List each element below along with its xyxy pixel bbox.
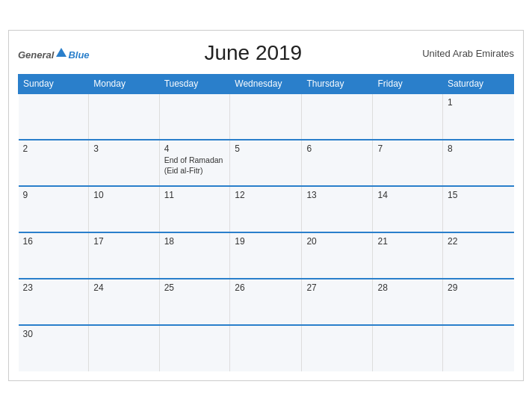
calendar-cell: 1	[443, 93, 514, 140]
calendar-cell: 2	[19, 140, 89, 186]
calendar-cell: 4End of Ramadan (Eid al-Fitr)	[159, 140, 230, 186]
weekday-header-saturday: Saturday	[443, 75, 514, 94]
calendar-cell: 27	[302, 279, 373, 325]
logo: General Blue	[18, 46, 90, 60]
day-number: 24	[93, 282, 154, 293]
day-number: 11	[164, 190, 226, 200]
calendar-cell: 15	[443, 186, 514, 232]
calendar-cell	[19, 93, 89, 140]
weekday-header-monday: Monday	[89, 75, 159, 94]
calendar-cell: 9	[19, 186, 89, 232]
day-number: 20	[306, 236, 368, 247]
logo-icon	[55, 46, 68, 60]
calendar-cell	[373, 325, 443, 371]
calendar-cell: 10	[89, 186, 159, 232]
calendar-cell: 21	[373, 232, 443, 279]
calendar-cell: 19	[230, 232, 302, 279]
day-number: 16	[23, 236, 84, 247]
day-number: 28	[377, 282, 438, 293]
day-number: 30	[23, 329, 84, 339]
calendar-cell	[230, 325, 302, 371]
day-number: 15	[448, 190, 509, 200]
weekday-header-row: SundayMondayTuesdayWednesdayThursdayFrid…	[19, 75, 514, 94]
calendar-cell: 22	[443, 232, 514, 279]
day-number: 9	[23, 190, 84, 200]
calendar-cell: 17	[89, 232, 159, 279]
calendar-cell: 28	[373, 279, 443, 325]
calendar-container: General Blue June 2019 United Arab Emira…	[8, 30, 524, 381]
calendar-cell: 12	[230, 186, 302, 232]
calendar-cell: 16	[19, 232, 89, 279]
calendar-cell	[89, 93, 159, 140]
calendar-cell: 20	[302, 232, 373, 279]
day-number: 5	[235, 143, 297, 154]
calendar-cell	[89, 325, 159, 371]
calendar-cell	[230, 93, 302, 140]
day-number: 6	[306, 143, 368, 154]
calendar-cell: 26	[230, 279, 302, 325]
calendar-cell: 5	[230, 140, 302, 186]
day-number: 1	[448, 97, 509, 108]
day-number: 27	[306, 282, 368, 293]
day-number: 25	[164, 282, 226, 293]
calendar-cell: 8	[443, 140, 514, 186]
calendar-week-row: 9101112131415	[19, 186, 514, 232]
logo-general-text: General	[18, 50, 54, 60]
weekday-header-friday: Friday	[373, 75, 443, 94]
calendar-cell: 11	[159, 186, 230, 232]
calendar-header: General Blue June 2019 United Arab Emira…	[18, 38, 514, 68]
calendar-week-row: 23242526272829	[19, 279, 514, 325]
day-number: 17	[93, 236, 154, 247]
calendar-cell: 13	[302, 186, 373, 232]
calendar-cell	[443, 325, 514, 371]
day-number: 14	[377, 190, 438, 200]
day-number: 8	[448, 143, 509, 154]
country-label: United Arab Emirates	[417, 48, 514, 59]
calendar-cell	[302, 93, 373, 140]
day-number: 19	[235, 236, 297, 247]
day-number: 18	[164, 236, 226, 247]
day-number: 12	[235, 190, 297, 200]
weekday-header-sunday: Sunday	[19, 75, 89, 94]
calendar-cell	[159, 93, 230, 140]
calendar-week-row: 234End of Ramadan (Eid al-Fitr)5678	[19, 140, 514, 186]
calendar-cell: 29	[443, 279, 514, 325]
svg-marker-0	[56, 48, 66, 57]
weekday-header-wednesday: Wednesday	[230, 75, 302, 94]
calendar-cell: 7	[373, 140, 443, 186]
calendar-table: SundayMondayTuesdayWednesdayThursdayFrid…	[18, 74, 514, 371]
day-number: 26	[235, 282, 297, 293]
day-number: 3	[93, 143, 154, 154]
calendar-cell	[159, 325, 230, 371]
logo-blue-text: Blue	[68, 50, 89, 60]
calendar-cell: 14	[373, 186, 443, 232]
calendar-cell: 3	[89, 140, 159, 186]
day-number: 13	[306, 190, 368, 200]
day-number: 7	[377, 143, 438, 154]
day-number: 21	[377, 236, 438, 247]
weekday-header-thursday: Thursday	[302, 75, 373, 94]
calendar-cell: 24	[89, 279, 159, 325]
calendar-week-row: 30	[19, 325, 514, 371]
day-number: 10	[93, 190, 154, 200]
day-number: 22	[448, 236, 509, 247]
calendar-cell: 30	[19, 325, 89, 371]
weekday-header-tuesday: Tuesday	[159, 75, 230, 94]
event-label: End of Ramadan (Eid al-Fitr)	[164, 155, 226, 176]
calendar-cell: 23	[19, 279, 89, 325]
calendar-cell: 18	[159, 232, 230, 279]
month-title: June 2019	[90, 41, 417, 65]
calendar-cell: 25	[159, 279, 230, 325]
calendar-cell	[373, 93, 443, 140]
day-number: 2	[23, 143, 84, 154]
day-number: 4	[164, 143, 226, 154]
calendar-cell: 6	[302, 140, 373, 186]
calendar-week-row: 16171819202122	[19, 232, 514, 279]
day-number: 29	[448, 282, 509, 293]
day-number: 23	[23, 282, 84, 293]
calendar-cell	[302, 325, 373, 371]
calendar-week-row: 1	[19, 93, 514, 140]
